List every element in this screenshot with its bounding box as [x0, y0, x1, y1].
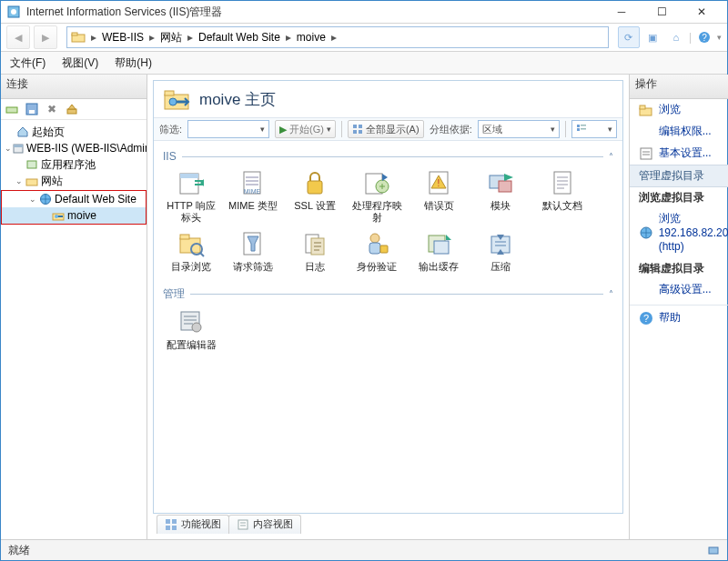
settings-icon: [639, 146, 653, 161]
action-help[interactable]: ? 帮助: [630, 305, 728, 329]
feature-ssl-settings[interactable]: SSL 设置: [287, 168, 343, 224]
view-select[interactable]: ▾: [571, 120, 617, 138]
feature-directory-browsing[interactable]: 目录浏览: [163, 229, 219, 273]
crumb-moive[interactable]: moive: [293, 31, 329, 44]
delete-icon[interactable]: ✖: [45, 102, 59, 116]
svg-rect-67: [238, 520, 248, 529]
output-caching-icon: [424, 229, 453, 258]
feature-label: 模块: [490, 200, 511, 212]
authentication-icon: [362, 229, 391, 258]
svg-rect-65: [166, 526, 170, 530]
chevron-up-icon: ˄: [609, 152, 613, 162]
minimize-button[interactable]: ─: [602, 2, 642, 22]
chevron-down-icon[interactable]: ⌄: [5, 144, 12, 153]
request-filtering-icon: [238, 229, 268, 258]
svg-rect-18: [165, 91, 174, 95]
svg-rect-56: [434, 241, 449, 254]
feature-label: HTTP 响应标头: [163, 200, 219, 224]
http-response-headers-icon: [177, 168, 206, 197]
feature-config-editor[interactable]: 配置编辑器: [163, 307, 219, 351]
svg-rect-8: [29, 110, 35, 114]
save-icon[interactable]: [25, 102, 39, 116]
connections-panel: 连接 ✖ 起始页 ⌄ WEB-IIS (WEB-IIS\Administr: [1, 75, 147, 539]
close-button[interactable]: ✕: [682, 2, 722, 22]
tab-features-view[interactable]: 功能视图: [157, 515, 229, 534]
home-button[interactable]: ⌂: [665, 26, 687, 48]
svg-marker-36: [382, 174, 388, 181]
action-basic-settings[interactable]: 基本设置...: [630, 143, 728, 165]
svg-rect-11: [14, 145, 23, 147]
config-editor-icon: [177, 307, 206, 336]
crumb-default-site[interactable]: Default Web Site: [195, 31, 284, 44]
chevron-down-icon[interactable]: ⌄: [14, 176, 25, 185]
chevron-down-icon[interactable]: ⌄: [27, 195, 38, 204]
tree-server[interactable]: ⌄ WEB-IIS (WEB-IIS\Administr: [1, 140, 147, 156]
feature-label: 日志: [305, 261, 325, 273]
svg-rect-12: [27, 161, 36, 168]
menu-view[interactable]: 视图(V): [60, 54, 100, 73]
action-edit-permissions[interactable]: 编辑权限...: [630, 121, 728, 143]
feature-label: SSL 设置: [294, 200, 335, 212]
crumb-server[interactable]: WEB-IIS: [98, 31, 147, 44]
group-by-select[interactable]: 区域▾: [478, 120, 560, 138]
svg-rect-26: [581, 125, 586, 126]
refresh-button[interactable]: ⟳: [618, 26, 640, 48]
ssl-settings-icon: [300, 168, 329, 197]
group-manage[interactable]: 管理˄: [163, 286, 613, 302]
menu-help[interactable]: 帮助(H): [113, 54, 154, 73]
svg-rect-78: [709, 547, 718, 554]
features-icon: [165, 518, 177, 531]
feature-default-document[interactable]: 默认文档: [534, 168, 591, 224]
filter-input[interactable]: ▾: [187, 120, 269, 138]
feature-authentication[interactable]: 身份验证: [349, 229, 405, 273]
maximize-button[interactable]: ☐: [642, 2, 682, 22]
tree-start-page[interactable]: 起始页: [1, 124, 147, 140]
action-group-manage-vdir[interactable]: 管理虚拟目录 ˄: [630, 165, 728, 187]
connect-icon[interactable]: [5, 102, 19, 116]
up-icon[interactable]: [65, 102, 79, 116]
tree-sites[interactable]: ⌄ 网站: [1, 173, 147, 189]
tree-moive[interactable]: moive: [2, 207, 146, 224]
show-all-button[interactable]: 全部显示(A): [348, 120, 424, 138]
feature-compression[interactable]: 压缩: [472, 229, 529, 273]
tab-content-view[interactable]: 内容视图: [228, 515, 301, 534]
connection-tree[interactable]: 起始页 ⌄ WEB-IIS (WEB-IIS\Administr 应用程序池 ⌄…: [1, 120, 147, 539]
tree-default-site[interactable]: ⌄ Default Web Site: [2, 191, 146, 207]
action-explore[interactable]: 浏览: [630, 99, 728, 121]
feature-request-filtering[interactable]: 请求筛选: [225, 229, 281, 273]
feature-handler-mappings[interactable]: 处理程序映射: [349, 168, 405, 224]
back-button[interactable]: ◀: [6, 25, 30, 49]
feature-logging[interactable]: 日志: [287, 229, 343, 273]
feature-error-pages[interactable]: !错误页: [410, 168, 467, 224]
forward-button[interactable]: ▶: [34, 25, 57, 49]
status-bar: 就绪: [1, 539, 727, 560]
svg-point-62: [192, 323, 201, 332]
bottom-tabs: 功能视图 内容视图: [153, 514, 623, 534]
actions-panel: 操作 浏览 编辑权限... 基本设置... 管理虚拟目录 ˄ 浏览虚拟目录: [630, 75, 728, 539]
go-button[interactable]: ▶ 开始(G) ▾: [275, 120, 336, 138]
svg-rect-25: [577, 128, 580, 131]
svg-marker-42: [504, 174, 513, 181]
action-browse-url[interactable]: 浏览 192.168.82.208:80 (http): [630, 208, 728, 258]
feature-list: IIS˄ HTTP 响应标头MIMEMIME 类型SSL 设置处理程序映射!错误…: [154, 141, 622, 513]
menu-file[interactable]: 文件(F): [8, 54, 47, 73]
crumb-sites[interactable]: 网站: [157, 30, 186, 45]
feature-modules[interactable]: 模块: [472, 168, 529, 224]
help-nav-button[interactable]: ?: [693, 26, 715, 48]
action-advanced-settings[interactable]: 高级设置...: [630, 279, 728, 301]
feature-http-response-headers[interactable]: HTTP 响应标头: [163, 168, 219, 224]
tree-app-pools[interactable]: 应用程序池: [1, 156, 147, 173]
feature-label: 处理程序映射: [349, 200, 405, 224]
chevron-up-icon: ˄: [609, 289, 613, 299]
group-iis[interactable]: IIS˄: [163, 150, 613, 163]
feature-mime-types[interactable]: MIMEMIME 类型: [225, 168, 281, 224]
svg-rect-20: [353, 125, 357, 128]
svg-rect-72: [641, 148, 652, 159]
nav-bar: ◀ ▶ ▸ WEB-IIS ▸ 网站 ▸ Default Web Site ▸ …: [1, 24, 727, 52]
stop-button[interactable]: ▣: [642, 26, 663, 48]
feature-output-caching[interactable]: 输出缓存: [410, 229, 467, 273]
address-bar[interactable]: ▸ WEB-IIS ▸ 网站 ▸ Default Web Site ▸ moiv…: [66, 26, 609, 48]
svg-rect-22: [353, 130, 357, 134]
svg-rect-64: [172, 519, 177, 524]
compression-icon: [486, 229, 515, 258]
